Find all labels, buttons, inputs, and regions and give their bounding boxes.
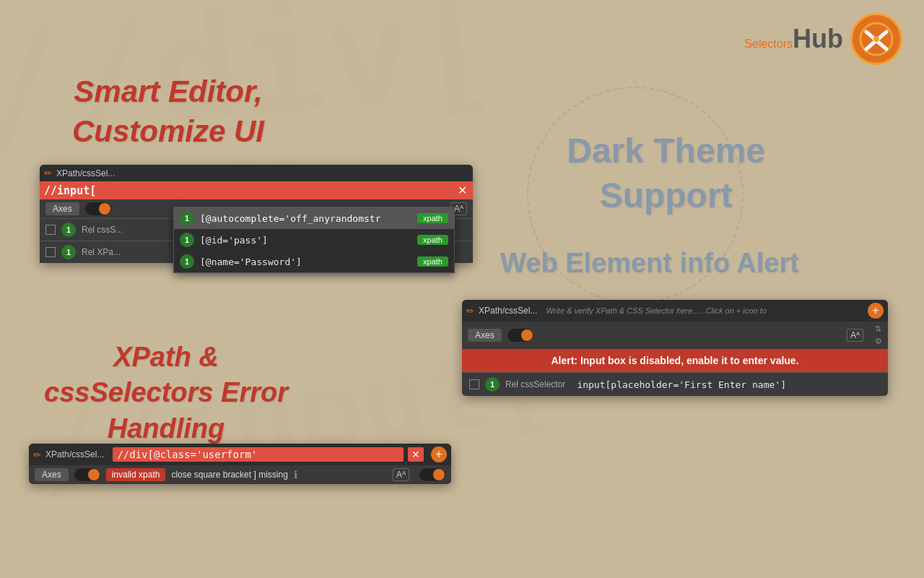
- axes-button[interactable]: Axes: [45, 202, 79, 215]
- plus-button[interactable]: +: [868, 303, 884, 319]
- logo-hub: Hub: [793, 24, 843, 53]
- error-xpath-input[interactable]: [113, 447, 404, 462]
- alert-bar: Alert: Input box is disabled, enable it …: [462, 349, 888, 372]
- logo-text: SelectorsHub: [744, 24, 843, 54]
- error-axes-row: Axes invalid xpath close square bracket …: [29, 465, 451, 484]
- smart-editor-heading: Smart Editor, Customize UI: [72, 72, 264, 151]
- logo-area: SelectorsHub: [744, 13, 902, 65]
- settings-icon[interactable]: ⚙: [875, 337, 882, 346]
- item-count: 1: [180, 211, 194, 225]
- logo-selectors: Selectors: [744, 38, 793, 50]
- rel-label: Rel cssSelector: [505, 379, 565, 389]
- axes-button[interactable]: Axes: [468, 329, 502, 342]
- plus-button[interactable]: +: [431, 447, 447, 462]
- widget-title: XPath/cssSel...: [45, 449, 104, 460]
- rel-checkbox[interactable]: [45, 247, 56, 257]
- rel-count: 1: [61, 223, 76, 237]
- xpath-badge: xpath: [417, 235, 448, 245]
- widget-title: XPath/cssSel...: [479, 306, 537, 316]
- xpath-input[interactable]: [44, 184, 453, 197]
- aa-icon: Aᴬ: [393, 468, 409, 481]
- dark-header: ✏ XPath/cssSel... Write & verify XPath &…: [462, 300, 888, 322]
- xpath-placeholder[interactable]: Write & verify XPath & CSS Selector here…: [541, 306, 863, 315]
- dark-theme-widget: ✏ XPath/cssSel... Write & verify XPath &…: [462, 300, 888, 396]
- axes-toggle[interactable]: [507, 329, 533, 342]
- edit-icon: ✏: [44, 168, 52, 178]
- rel-row: 1 Rel cssSelector input[placeholder='Fir…: [462, 372, 888, 396]
- selectors-hub-icon: [850, 13, 902, 65]
- widget-title: XPath/cssSel...: [56, 168, 468, 178]
- edit-icon: ✏: [466, 306, 474, 316]
- rel-checkbox[interactable]: [469, 379, 479, 389]
- xpath-error-heading: XPath & cssSelectors Error Handling: [36, 340, 296, 447]
- autocomplete-item[interactable]: 1 [@autocomplete='off_anyrandomstr xpath: [174, 207, 454, 229]
- smart-editor-widget: ✏ XPath/cssSel... ✕ Axes Aᴬ 1 [@autocomp…: [40, 165, 473, 263]
- axes-row: Axes Aᴬ ⇅ ⚙: [462, 322, 888, 349]
- close-button[interactable]: ✕: [408, 447, 424, 462]
- rel-label: Rel XPa...: [82, 247, 121, 257]
- autocomplete-dropdown: 1 [@autocomplete='off_anyrandomstr xpath…: [173, 207, 455, 273]
- item-text: [@id='pass']: [200, 235, 411, 246]
- smart-editor-header: ✏ XPath/cssSel...: [40, 165, 473, 181]
- aa-icon: Aᴬ: [847, 329, 863, 342]
- arrows-icon[interactable]: ⇅: [875, 324, 882, 334]
- item-text: [@autocomplete='off_anyrandomstr: [200, 213, 411, 224]
- rel-count: 1: [485, 377, 500, 392]
- web-element-heading: Web Element info Alert: [469, 246, 830, 281]
- close-button[interactable]: ✕: [456, 184, 468, 197]
- rel-checkbox[interactable]: [45, 225, 56, 235]
- axes-toggle[interactable]: [74, 468, 100, 481]
- svg-point-4: [873, 36, 879, 42]
- info-icon[interactable]: ℹ: [294, 469, 297, 480]
- autocomplete-item[interactable]: 1 [@id='pass'] xpath: [174, 229, 454, 251]
- xpath-badge: xpath: [417, 256, 448, 267]
- rel-label: Rel cssS...: [82, 225, 123, 235]
- xpath-badge: xpath: [417, 213, 448, 223]
- rel-value: input[placeholder='First Enter name']: [577, 379, 786, 390]
- autocomplete-item[interactable]: 1 [@name='Password'] xpath: [174, 251, 454, 272]
- invalid-badge: invalid xpath: [106, 468, 166, 481]
- rel-count: 1: [61, 245, 76, 259]
- item-text: [@name='Password']: [200, 256, 411, 267]
- second-toggle[interactable]: [419, 468, 445, 481]
- axes-toggle[interactable]: [85, 202, 111, 215]
- item-count: 1: [180, 254, 194, 269]
- error-widget: ✏ XPath/cssSel... ✕ + Axes invalid xpath…: [29, 444, 451, 484]
- dark-theme-heading: Dark Theme Support: [567, 129, 765, 219]
- error-message: close square bracket ] missing: [171, 470, 287, 480]
- error-header: ✏ XPath/cssSel... ✕ +: [29, 444, 451, 465]
- item-count: 1: [180, 233, 194, 247]
- edit-icon: ✏: [33, 449, 41, 460]
- side-icons: ⇅ ⚙: [875, 324, 882, 346]
- xpath-input-row: ✕: [40, 181, 473, 199]
- axes-button[interactable]: Axes: [35, 468, 69, 481]
